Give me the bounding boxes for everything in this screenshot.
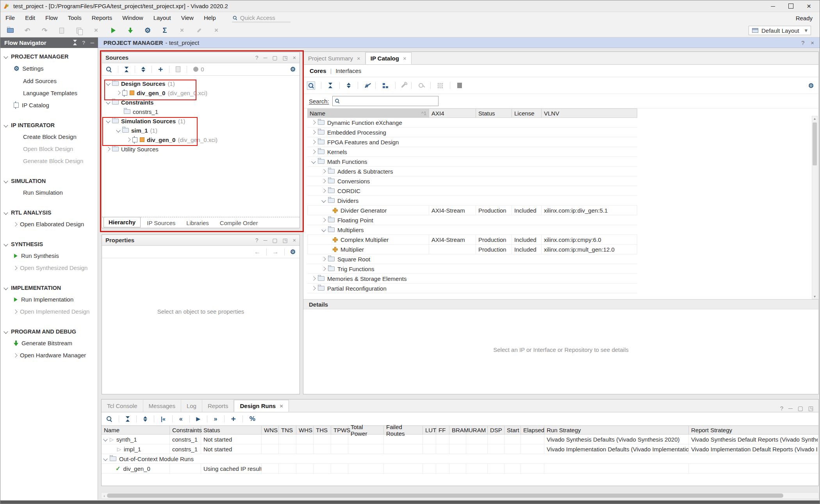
ip-row-partial-reconfiguration[interactable]: Partial Reconfiguration xyxy=(307,284,637,293)
menu-window[interactable]: Window xyxy=(117,12,148,24)
menu-layout[interactable]: Layout xyxy=(148,12,176,24)
copy-icon[interactable] xyxy=(57,26,66,35)
menu-file[interactable]: File xyxy=(0,12,20,24)
ip-row-memories-storage[interactable]: Memories & Storage Elements xyxy=(307,274,637,284)
maximize-icon[interactable]: ▢ xyxy=(798,405,803,412)
sidebar-item-run-implementation[interactable]: Run Implementation xyxy=(0,293,98,305)
ip-row-square-root[interactable]: Square Root xyxy=(307,254,637,264)
chip-icon[interactable] xyxy=(438,83,443,88)
sidebar-item-run-synthesis[interactable]: Run Synthesis xyxy=(0,250,98,262)
ip-row-divider-generator[interactable]: Divider Generator AXI4-Stream Production… xyxy=(307,206,637,215)
column-uram[interactable]: URAM xyxy=(466,426,488,434)
play-icon[interactable]: ▶ xyxy=(196,416,200,422)
section-header[interactable]: RTL ANALYSIS xyxy=(0,207,98,218)
ip-row-kernels[interactable]: Kernels xyxy=(307,147,637,157)
filter-icon[interactable]: # xyxy=(365,82,368,89)
float-icon[interactable]: ◳ xyxy=(283,55,288,61)
tree-row-sim-1[interactable]: sim_1(1) xyxy=(102,126,299,135)
horizontal-scrollbar[interactable]: ‹ xyxy=(101,492,819,499)
sidebar-item-ip-catalog[interactable]: IP Catalog xyxy=(0,99,98,111)
column-vlnv[interactable]: VLNV xyxy=(542,109,637,117)
column-license[interactable]: License xyxy=(512,109,542,117)
column-report-strategy[interactable]: Report Strategy xyxy=(689,426,818,434)
close-icon[interactable]: × xyxy=(403,55,406,62)
maximize-icon[interactable]: ▢ xyxy=(272,55,277,61)
scrollbar-thumb[interactable] xyxy=(813,122,817,165)
percent-icon[interactable]: % xyxy=(250,415,255,423)
search-icon[interactable] xyxy=(106,416,112,422)
ip-row-floating-point[interactable]: Floating Point xyxy=(307,215,637,225)
collapse-all-icon[interactable] xyxy=(328,83,332,88)
ip-row-embedded-processing[interactable]: Embedded Processing xyxy=(307,128,637,137)
close-icon[interactable]: × xyxy=(293,237,296,243)
column-failed-routes[interactable]: Failed Routes xyxy=(384,426,423,434)
tab-ip-catalog[interactable]: IP Catalog× xyxy=(365,52,412,64)
help-icon[interactable]: ? xyxy=(255,237,258,243)
ip-row-dynamic-function-exchange[interactable]: Dynamic Function eXchange xyxy=(307,118,637,128)
tab-project-summary[interactable]: Project Summary× xyxy=(303,52,365,64)
search-icon[interactable] xyxy=(106,66,112,72)
column-name[interactable]: Name xyxy=(102,426,170,434)
section-header[interactable]: SIMULATION xyxy=(0,176,98,186)
tree-row-design-sources[interactable]: Design Sources(1) xyxy=(102,79,299,88)
menu-tools[interactable]: Tools xyxy=(63,12,87,24)
column-lut[interactable]: LUT xyxy=(423,426,436,434)
ip-row-complex-multiplier[interactable]: Complex Multiplier AXI4-Stream Productio… xyxy=(307,235,637,245)
tab-design-runs[interactable]: Design Runs× xyxy=(234,400,289,412)
scroll-left-icon[interactable]: ‹ xyxy=(102,493,107,498)
section-header[interactable]: PROGRAM AND DEBUG xyxy=(0,326,98,337)
section-header[interactable]: SYNTHESIS xyxy=(0,239,98,250)
run-row-div-gen-0[interactable]: ✓div_gen_0 Using cached IP results xyxy=(102,464,818,474)
ip-row-math-functions[interactable]: Math Functions xyxy=(307,157,637,167)
column-tns[interactable]: TNS xyxy=(279,426,296,434)
tab-hierarchy[interactable]: Hierarchy xyxy=(103,217,141,227)
open-project-icon[interactable] xyxy=(6,26,14,35)
collapse-all-icon[interactable] xyxy=(73,40,77,46)
help-icon[interactable]: ? xyxy=(780,405,783,412)
subtab-cores[interactable]: Cores xyxy=(310,67,326,74)
column-ths[interactable]: THS xyxy=(314,426,331,434)
column-status[interactable]: Status xyxy=(201,426,262,434)
column-total-power[interactable]: Total Power xyxy=(348,426,384,434)
menu-help[interactable]: Help xyxy=(199,12,221,24)
tree-row-simulation-sources[interactable]: Simulation Sources(1) xyxy=(102,116,299,126)
undo-icon[interactable]: ↶ xyxy=(23,26,32,35)
tab-log[interactable]: Log xyxy=(181,400,202,412)
tab-compile-order[interactable]: Compile Order xyxy=(215,218,263,228)
scrollbar-thumb[interactable] xyxy=(107,493,783,498)
ip-row-trig-functions[interactable]: Trig Functions xyxy=(307,264,637,274)
sidebar-item-open-block-design[interactable]: Open Block Design xyxy=(0,143,98,155)
minimize-icon[interactable]: ─ xyxy=(263,237,267,243)
column-run-strategy[interactable]: Run Strategy xyxy=(544,426,689,434)
search-icon[interactable] xyxy=(308,83,314,89)
column-elapsed[interactable]: Elapsed xyxy=(521,426,544,434)
column-bram[interactable]: BRAM xyxy=(449,426,466,434)
section-header[interactable]: IMPLEMENTATION xyxy=(0,282,98,293)
column-axi4[interactable]: AXI4 xyxy=(429,109,476,117)
expand-all-icon[interactable] xyxy=(347,83,351,88)
group-by-hierarchy-icon[interactable] xyxy=(383,83,388,88)
generate-bitstream-icon[interactable] xyxy=(126,26,135,35)
ip-row-fpga-features[interactable]: FPGA Features and Design xyxy=(307,137,637,147)
redo-icon[interactable]: ↷ xyxy=(40,26,49,35)
ip-row-conversions[interactable]: Conversions xyxy=(307,176,637,186)
sidebar-item-open-hardware-manager[interactable]: Open Hardware Manager xyxy=(0,349,98,361)
close-icon[interactable]: × xyxy=(357,55,360,62)
expand-all-icon[interactable] xyxy=(143,416,147,422)
create-run-icon[interactable]: + xyxy=(231,414,236,424)
sidebar-item-add-sources[interactable]: Add Sources xyxy=(0,75,98,87)
tree-row-div-gen-0[interactable]: div_gen_0(div_gen_0.xci) xyxy=(102,88,299,98)
tab-tcl-console[interactable]: Tcl Console xyxy=(102,400,143,412)
window-maximize-icon[interactable] xyxy=(788,4,793,9)
ip-row-multiplier[interactable]: Multiplier Production Included xilinx.co… xyxy=(307,245,637,254)
tree-row-constrs-1[interactable]: constrs_1 xyxy=(102,107,299,116)
wrench-icon[interactable] xyxy=(401,83,406,88)
sidebar-item-open-elaborated-design[interactable]: Open Elaborated Design xyxy=(0,218,98,230)
menu-view[interactable]: View xyxy=(176,12,199,24)
maximize-icon[interactable]: ▢ xyxy=(272,237,277,243)
sidebar-item-language-templates[interactable]: Language Templates xyxy=(0,87,98,99)
expand-all-icon[interactable] xyxy=(141,67,145,72)
forward-icon[interactable]: → xyxy=(272,248,279,256)
column-name[interactable]: Name^1 xyxy=(307,109,429,117)
scroll-up-icon[interactable]: ▲ xyxy=(813,116,816,121)
